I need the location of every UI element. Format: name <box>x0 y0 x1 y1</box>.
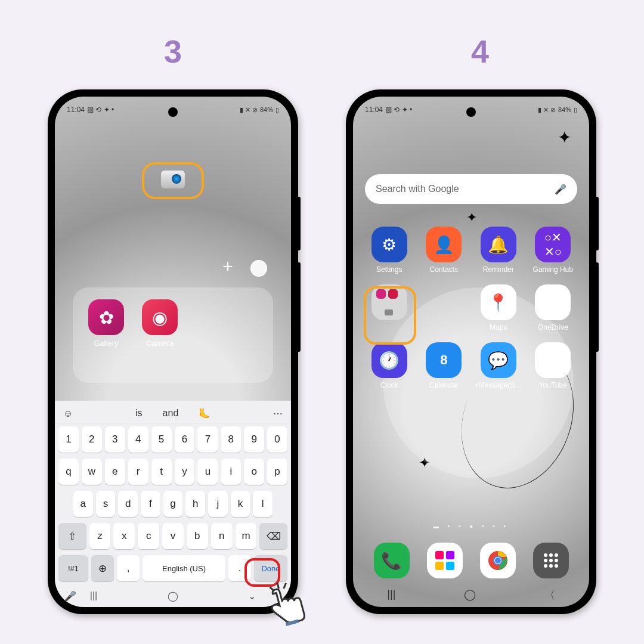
app-reminder[interactable]: 🔔Reminder <box>474 227 523 274</box>
key-q[interactable]: q <box>58 459 79 485</box>
key-b[interactable]: b <box>187 523 208 549</box>
app-message[interactable]: 💬+Message(SM... <box>474 342 523 389</box>
status-icons-right: ▮ ✕ ⊘ <box>538 106 556 114</box>
key-7[interactable]: 7 <box>197 426 218 453</box>
key-k[interactable]: k <box>231 491 250 517</box>
voice-input-icon[interactable]: 🎤 <box>64 590 76 602</box>
phone-frame-right: 11:04 ▧ ⟲ ✦ • ▮ ✕ ⊘ 84% ▯ ✦ ✦ ✦ Search w… <box>346 89 596 614</box>
key-u[interactable]: u <box>197 459 218 485</box>
mic-icon[interactable]: 🎤 <box>555 184 566 195</box>
key-4[interactable]: 4 <box>128 426 148 453</box>
key-z[interactable]: z <box>89 523 111 549</box>
camera-notch <box>466 107 476 117</box>
app-maps[interactable]: 📍Maps <box>474 284 523 332</box>
key-9[interactable]: 9 <box>244 426 264 453</box>
language-key[interactable]: ⊕ <box>91 555 114 581</box>
app-clock[interactable]: 🕐Clock <box>365 342 414 389</box>
nav-collapse[interactable]: ⌄ <box>248 590 256 602</box>
key-s[interactable]: s <box>96 491 116 517</box>
nav-home[interactable]: ◯ <box>168 590 178 602</box>
app-contacts[interactable]: 👤Contacts <box>420 227 469 274</box>
nav-recents[interactable]: ||| <box>387 588 395 602</box>
dock-app-drawer[interactable] <box>533 543 569 578</box>
more-icon[interactable]: ⋯ <box>273 408 283 419</box>
svg-point-17 <box>549 559 553 562</box>
svg-rect-6 <box>435 562 444 570</box>
app-gallery[interactable]: ✿ Gallery <box>88 299 124 371</box>
status-time: 11:04 <box>67 106 85 114</box>
comma-key[interactable]: , <box>117 555 140 581</box>
step-number-3: 3 <box>164 33 182 70</box>
shift-key[interactable]: ⇧ <box>58 523 86 549</box>
key-3[interactable]: 3 <box>105 426 125 453</box>
key-l[interactable]: l <box>253 491 273 517</box>
key-c[interactable]: c <box>138 523 159 549</box>
key-w[interactable]: w <box>82 459 102 485</box>
nav-recents[interactable]: ||| <box>90 590 97 601</box>
key-x[interactable]: x <box>113 523 135 549</box>
symbols-key[interactable]: !#1 <box>58 555 88 581</box>
app-settings[interactable]: ⚙Settings <box>365 227 414 274</box>
app-gaming-hub[interactable]: ○✕✕○Gaming Hub <box>529 227 578 274</box>
message-icon: 💬 <box>481 342 516 378</box>
folder-color-button[interactable] <box>250 260 267 277</box>
app-youtube[interactable]: ▶YouTube <box>529 342 578 389</box>
nav-back[interactable]: 〈 <box>544 588 555 602</box>
folder-name-edit-area[interactable] <box>142 162 204 199</box>
key-h[interactable]: h <box>185 491 205 517</box>
phone-frame-left: 11:04 ▧ ⟲ ✦ • ▮ ✕ ⊘ 84% ▯ + ✿ Gallery ◉ … <box>48 89 298 614</box>
battery-icon: ▯ <box>574 106 577 114</box>
key-f[interactable]: f <box>141 491 160 517</box>
key-row-qwerty: q w e r t y u i o p <box>55 456 291 488</box>
key-0[interactable]: 0 <box>267 426 287 453</box>
app-calendar[interactable]: 8Calendar <box>420 342 469 389</box>
dock-phone[interactable]: 📞 <box>374 543 410 578</box>
svg-rect-4 <box>435 551 444 559</box>
dock-chrome[interactable] <box>480 543 516 578</box>
add-apps-button[interactable]: + <box>217 258 239 279</box>
svg-point-12 <box>495 558 501 564</box>
dock-samsung-apps[interactable] <box>427 543 463 578</box>
key-j[interactable]: j <box>208 491 228 517</box>
key-5[interactable]: 5 <box>151 426 172 453</box>
key-e[interactable]: e <box>105 459 125 485</box>
key-d[interactable]: d <box>118 491 138 517</box>
key-o[interactable]: o <box>244 459 264 485</box>
key-2[interactable]: 2 <box>82 426 102 453</box>
key-8[interactable]: 8 <box>221 426 241 453</box>
app-camera[interactable]: ◉ Camera <box>142 299 178 371</box>
suggestion-emoji[interactable]: 🦶 <box>199 408 210 419</box>
suggestion-2[interactable]: and <box>163 408 179 419</box>
key-i[interactable]: i <box>221 459 241 485</box>
backspace-key[interactable]: ⌫ <box>259 523 287 549</box>
calendar-icon: 8 <box>426 342 462 378</box>
key-v[interactable]: v <box>162 523 184 549</box>
key-a[interactable]: a <box>73 491 93 517</box>
suggestion-1[interactable]: is <box>135 408 143 419</box>
key-t[interactable]: t <box>151 459 172 485</box>
space-key[interactable]: English (US) <box>143 555 225 581</box>
status-icons-left: ▧ ⟲ ✦ • <box>87 106 114 114</box>
nav-home[interactable]: ◯ <box>464 588 476 602</box>
key-y[interactable]: y <box>175 459 195 485</box>
key-g[interactable]: g <box>163 491 183 517</box>
key-1[interactable]: 1 <box>58 426 79 453</box>
sticker-icon[interactable]: ☺ <box>63 408 73 419</box>
key-r[interactable]: r <box>128 459 148 485</box>
key-6[interactable]: 6 <box>175 426 195 453</box>
key-m[interactable]: m <box>236 523 257 549</box>
nav-bar: 🎤 ||| ◯ ⌄ <box>55 584 291 607</box>
onedrive-icon: ☁ <box>535 284 571 320</box>
sparkle-icon: ✦ <box>466 210 477 225</box>
svg-rect-5 <box>446 551 454 559</box>
app-label: Clock <box>380 381 398 389</box>
suggestion-bar: ☺ is and 🦶 ⋯ <box>55 404 291 423</box>
key-p[interactable]: p <box>267 459 287 485</box>
app-onedrive[interactable]: ☁OneDrive <box>529 284 578 332</box>
google-search-bar[interactable]: Search with Google 🎤 <box>365 174 577 204</box>
svg-point-18 <box>555 559 558 562</box>
page-indicator[interactable]: ▬ • • ● • • • <box>353 523 589 530</box>
svg-point-19 <box>544 564 547 568</box>
battery-text: 84% <box>260 106 273 113</box>
key-n[interactable]: n <box>211 523 233 549</box>
